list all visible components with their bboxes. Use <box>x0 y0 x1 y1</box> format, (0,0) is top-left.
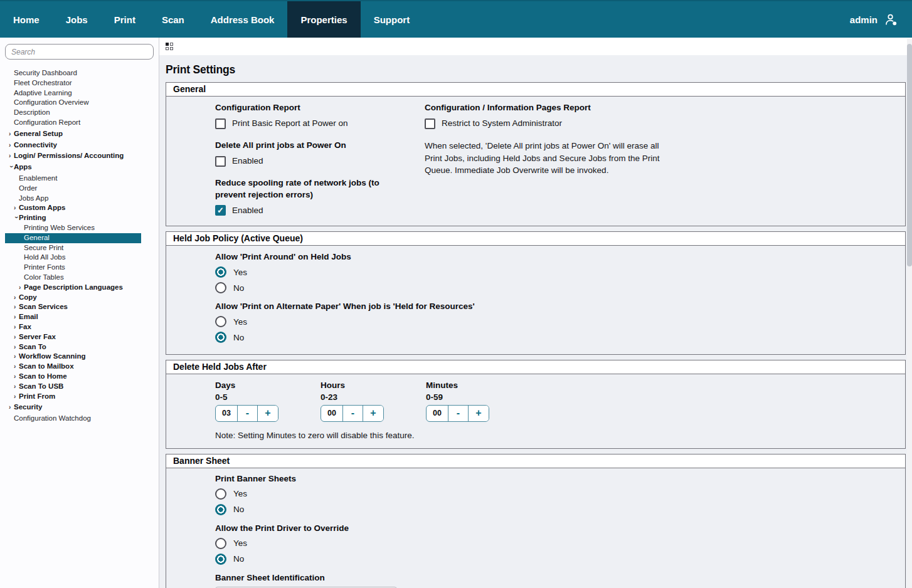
sidebar-item-printer-fonts[interactable]: Printer Fonts <box>0 263 159 273</box>
sidebar-item-secure-print[interactable]: Secure Print <box>0 243 159 253</box>
days-value[interactable]: 03 <box>216 406 238 421</box>
section-banner-sheet: Banner Sheet Print Banner Sheets Yes No <box>166 454 906 588</box>
sidebar-item-label: Secure Print <box>24 243 63 253</box>
sidebar-item-description[interactable]: Description <box>0 108 159 118</box>
sidebar-item-order[interactable]: Order <box>0 184 159 194</box>
section-held-job-policy: Held Job Policy (Active Queue) Allow 'Pr… <box>166 231 906 355</box>
sidebar-item-scan-to-mailbox[interactable]: ›Scan to Mailbox <box>0 362 159 372</box>
radio-print-banner-sheets-no[interactable] <box>215 504 226 515</box>
chevron-collapsed-icon: › <box>19 283 24 293</box>
sidebar-item-apps[interactable]: ›Apps <box>0 162 159 172</box>
checkbox-label: Restrict to System Administrator <box>442 117 562 130</box>
sidebar-item-color-tables[interactable]: Color Tables <box>0 273 159 283</box>
checkbox-print-basic-report-at-power-on[interactable] <box>215 118 226 129</box>
days-increment-button[interactable]: + <box>258 406 278 421</box>
sidebar-item-general[interactable]: General <box>5 233 141 243</box>
hours-increment-button[interactable]: + <box>363 406 383 421</box>
search-input[interactable] <box>5 44 154 60</box>
main-content: Print Settings General Configuration Rep… <box>159 38 912 588</box>
sidebar-item-fleet-orchestrator[interactable]: Fleet Orchestrator <box>0 78 159 88</box>
stepper-label: Hours <box>321 380 383 391</box>
sidebar-item-email[interactable]: ›Email <box>0 312 159 322</box>
sidebar-item-label: Printing Web Services <box>24 223 95 233</box>
radio-group-print-driver-override: Allow the Print Driver to Override Yes N… <box>215 523 898 566</box>
nav-item-scan[interactable]: Scan <box>149 1 198 38</box>
radio-alternate-paper-no[interactable] <box>215 332 226 343</box>
sidebar-item-jobs-app[interactable]: Jobs App <box>0 194 159 204</box>
hours-decrement-button[interactable]: - <box>343 406 363 421</box>
sidebar-item-enablement[interactable]: Enablement <box>0 174 159 184</box>
sidebar-item-configuration-overview[interactable]: Configuration Overview <box>0 98 159 108</box>
sidebar-item-label: Adaptive Learning <box>14 88 72 98</box>
app-window: HomeJobsPrintScanAddress BookPropertiesS… <box>0 0 912 588</box>
sidebar-item-printing[interactable]: ›Printing <box>0 213 159 223</box>
sidebar-item-configuration-watchdog[interactable]: Configuration Watchdog <box>0 414 159 424</box>
radio-label: No <box>233 333 244 342</box>
group-label: Configuration Report <box>215 102 411 113</box>
nav-item-address-book[interactable]: Address Book <box>198 1 288 38</box>
sidebar-item-fax[interactable]: ›Fax <box>0 322 159 332</box>
sidebar-item-hold-all-jobs[interactable]: Hold All Jobs <box>0 253 159 263</box>
chevron-collapsed-icon: › <box>14 362 19 372</box>
nav-item-jobs[interactable]: Jobs <box>53 1 101 38</box>
content-toolbar <box>159 38 912 55</box>
chevron-collapsed-icon: › <box>9 129 14 139</box>
nav-item-home[interactable]: Home <box>0 1 53 38</box>
minutes-decrement-button[interactable]: - <box>448 406 469 421</box>
sidebar-item-label: Fleet Orchestrator <box>14 78 72 88</box>
sidebar-item-label: Scan Services <box>19 302 68 312</box>
apps-grid-icon[interactable] <box>166 43 173 50</box>
chevron-collapsed-icon: › <box>14 332 19 342</box>
sidebar-item-label: Description <box>14 108 50 118</box>
nav-item-support[interactable]: Support <box>361 1 423 38</box>
minutes-value[interactable]: 00 <box>427 406 448 421</box>
radio-print-driver-override-no[interactable] <box>215 554 226 565</box>
sidebar-item-printing-web-services[interactable]: Printing Web Services <box>0 223 159 233</box>
checkbox-label: Enabled <box>232 204 263 218</box>
sidebar-item-adaptive-learning[interactable]: Adaptive Learning <box>0 88 159 98</box>
scrollbar-thumb[interactable] <box>907 44 912 266</box>
sidebar-item-print-from[interactable]: ›Print From <box>0 392 159 402</box>
sidebar-item-label: Apps <box>14 162 32 172</box>
checkbox-delete-jobs-enabled[interactable] <box>215 156 226 167</box>
sidebar-item-scan-services[interactable]: ›Scan Services <box>0 302 159 312</box>
chevron-collapsed-icon: › <box>14 372 19 382</box>
nav-item-properties[interactable]: Properties <box>287 1 360 38</box>
sidebar-item-configuration-report[interactable]: Configuration Report <box>0 118 159 128</box>
sidebar-item-page-description-languages[interactable]: ›Page Description Languages <box>0 283 159 293</box>
sidebar-item-scan-to-usb[interactable]: ›Scan To USB <box>0 382 159 392</box>
chevron-expanded-icon: › <box>6 165 16 171</box>
section-delete-held-jobs-header: Delete Held Jobs After <box>166 360 905 374</box>
section-general-header: General <box>166 83 905 97</box>
sidebar-item-scan-to[interactable]: ›Scan To <box>0 342 159 352</box>
sidebar-item-security-dashboard[interactable]: Security Dashboard <box>0 68 159 78</box>
sidebar-item-general-setup[interactable]: ›General Setup <box>0 129 159 139</box>
radio-label: No <box>233 283 244 293</box>
sidebar-item-copy[interactable]: ›Copy <box>0 293 159 303</box>
vertical-scrollbar[interactable] <box>907 39 912 588</box>
sidebar-item-server-fax[interactable]: ›Server Fax <box>0 332 159 342</box>
radio-print-driver-override-yes[interactable] <box>215 538 226 549</box>
radio-print-around-yes[interactable] <box>215 266 226 278</box>
page-title: Print Settings <box>166 63 912 76</box>
nav-item-print[interactable]: Print <box>101 1 149 38</box>
checkbox-restrict-to-system-administrator[interactable] <box>425 118 435 129</box>
radio-alternate-paper-yes[interactable] <box>215 316 226 327</box>
sidebar-item-scan-to-home[interactable]: ›Scan to Home <box>0 372 159 382</box>
checkbox-reduce-spooling-enabled[interactable] <box>215 205 226 216</box>
sidebar-item-custom-apps[interactable]: ›Custom Apps <box>0 203 159 213</box>
user-menu[interactable]: admin <box>850 1 912 38</box>
chevron-collapsed-icon: › <box>14 312 19 322</box>
stepper-range: 0-59 <box>426 392 489 402</box>
sidebar-item-login-permissions-accounting[interactable]: ›Login/ Permissions/ Accounting <box>0 151 159 161</box>
sidebar-item-connectivity[interactable]: ›Connectivity <box>0 140 159 150</box>
days-decrement-button[interactable]: - <box>238 406 258 421</box>
minutes-increment-button[interactable]: + <box>469 406 489 421</box>
sidebar-item-security[interactable]: ›Security <box>0 402 159 412</box>
sidebar-item-workflow-scanning[interactable]: ›Workflow Scanning <box>0 352 159 362</box>
radio-label: No <box>233 554 244 564</box>
hours-value[interactable]: 00 <box>321 406 343 421</box>
sidebar-item-label: Custom Apps <box>19 203 65 213</box>
radio-print-around-no[interactable] <box>215 282 226 293</box>
radio-print-banner-sheets-yes[interactable] <box>215 488 226 500</box>
